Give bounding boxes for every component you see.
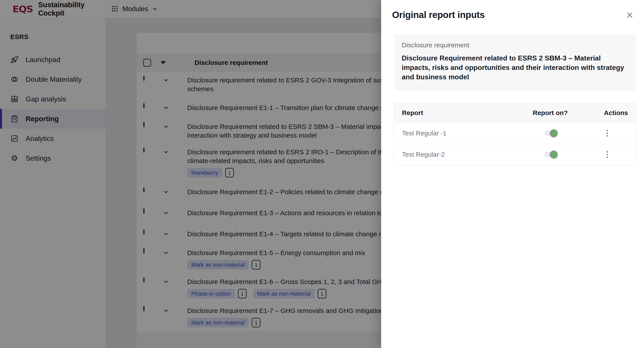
close-button[interactable]: [625, 10, 635, 20]
summary-line: impacts, risks and opportunities and the…: [402, 63, 629, 72]
panel-title: Original report inputs: [392, 10, 485, 20]
report-row: Test Regular-2: [394, 144, 636, 165]
toggle-knob: [550, 151, 558, 158]
report-name: Test Regular -1: [402, 130, 514, 137]
original-report-inputs-panel: Original report inputs Disclosure requir…: [381, 0, 644, 348]
close-icon: [626, 12, 634, 19]
toggle-knob: [550, 129, 558, 137]
summary-text: Disclosure Requirement related to ESRS 2…: [402, 54, 629, 82]
summary-line: Disclosure Requirement related to ESRS 2…: [402, 54, 629, 63]
summary-line: and business model: [402, 72, 629, 82]
row-actions-kebab-icon[interactable]: [605, 149, 610, 160]
summary-label: Disclosure requirement: [402, 41, 629, 50]
report-on-toggle[interactable]: [544, 152, 556, 157]
report-table-header: Report Report on? Actions: [394, 103, 636, 123]
column-header-report-on: Report on?: [514, 109, 586, 117]
column-header-actions: Actions: [586, 109, 628, 117]
column-header-report: Report: [402, 109, 514, 117]
row-actions-kebab-icon[interactable]: [605, 128, 610, 138]
report-row: Test Regular -1: [394, 123, 636, 144]
report-on-toggle[interactable]: [544, 131, 556, 136]
report-name: Test Regular-2: [402, 151, 514, 158]
disclosure-requirement-summary: Disclosure requirement Disclosure Requir…: [394, 35, 636, 91]
report-table: Report Report on? Actions Test Regular -…: [394, 103, 636, 165]
